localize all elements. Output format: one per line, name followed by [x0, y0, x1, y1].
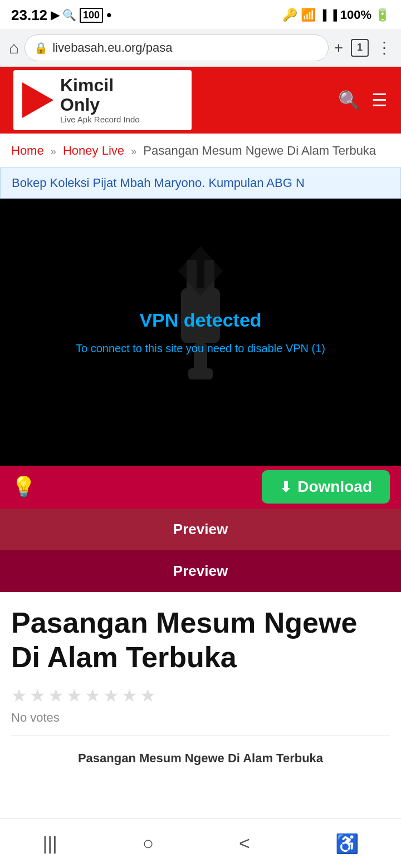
logo-title: KimcilOnly — [60, 76, 140, 115]
video-player[interactable]: VPN detected To connect to this site you… — [0, 199, 401, 466]
logo-area: KimcilOnly Live Apk Record Indo — [13, 70, 192, 130]
preview-button-1[interactable]: Preview — [0, 508, 401, 550]
star-3[interactable]: ★ — [48, 685, 64, 706]
browser-actions: + 1 ⋮ — [334, 38, 392, 57]
url-text: livebasah.eu.org/pasa — [52, 41, 172, 55]
star-6[interactable]: ★ — [103, 685, 119, 706]
download-label: Download — [297, 478, 372, 496]
more-options-button[interactable]: ⋮ — [376, 38, 392, 57]
breadcrumb: Home » Honey Live » Pasangan Mesum Ngewe… — [0, 134, 401, 167]
download-icon: ⬇ — [280, 479, 292, 496]
ticker-bar: Bokep Koleksi Pijat Mbah Maryono. Kumpul… — [0, 167, 401, 199]
breadcrumb-category[interactable]: Honey Live — [63, 144, 124, 157]
star-rating[interactable]: ★ ★ ★ ★ ★ ★ ★ ★ — [11, 685, 390, 706]
nav-back-button[interactable]: ||| — [42, 832, 57, 854]
ticker-text: Bokep Koleksi Pijat Mbah Maryono. Kumpul… — [12, 176, 305, 190]
tab-count[interactable]: 1 — [351, 39, 369, 57]
header-icons: 🔍 ☰ — [338, 90, 388, 111]
logo-triangle-icon — [22, 82, 53, 118]
signal-icon-2: ▐ — [330, 9, 337, 21]
nav-home-button[interactable]: ○ — [143, 832, 154, 854]
content-divider — [11, 735, 390, 736]
signal-icon-1: ▐ — [319, 9, 326, 21]
controls-row: 💡 ⬇ Download — [0, 466, 401, 508]
vote-count: No votes — [11, 711, 390, 725]
logo-subtitle: Live Apk Record Indo — [60, 115, 140, 125]
star-2[interactable]: ★ — [30, 685, 46, 706]
preview-button-2[interactable]: Preview — [0, 550, 401, 592]
post-title: Pasangan Mesum Ngewe Di Alam Terbuka — [11, 605, 390, 675]
vpn-detected-title: VPN detected — [139, 309, 261, 331]
breadcrumb-home[interactable]: Home — [11, 144, 44, 157]
url-bar[interactable]: 🔒 livebasah.eu.org/pasa — [25, 34, 329, 61]
battery-percent: 100% — [340, 8, 371, 22]
browser-bar: ⌂ 🔒 livebasah.eu.org/pasa + 1 ⋮ — [0, 29, 401, 67]
breadcrumb-current: Pasangan Mesum Ngewe Di Alam Terbuka — [143, 144, 376, 157]
star-4[interactable]: ★ — [66, 685, 82, 706]
vpn-subtitle: To connect to this site you need to disa… — [59, 342, 342, 355]
logo-text: KimcilOnly Live Apk Record Indo — [60, 76, 140, 125]
status-time: 23.12 — [11, 7, 47, 24]
site-header: KimcilOnly Live Apk Record Indo 🔍 ☰ — [0, 67, 401, 134]
breadcrumb-sep-1: » — [51, 146, 56, 157]
light-bulb-icon[interactable]: 💡 — [11, 475, 36, 499]
star-5[interactable]: ★ — [85, 685, 101, 706]
battery-full-icon: 🔋 — [375, 8, 390, 22]
star-7[interactable]: ★ — [121, 685, 138, 706]
post-info-title: Pasangan Mesum Ngewe Di Alam Terbuka — [11, 741, 390, 776]
home-browser-button[interactable]: ⌂ — [9, 38, 19, 57]
download-button[interactable]: ⬇ Download — [262, 470, 390, 504]
dot-icon: • — [106, 7, 111, 24]
breadcrumb-sep-2: » — [131, 146, 136, 157]
battery-icon: 100 — [80, 8, 103, 23]
logo-box[interactable]: KimcilOnly Live Apk Record Indo — [13, 70, 192, 130]
vpn-key-icon: 🔑 — [282, 8, 297, 22]
main-content: Pasangan Mesum Ngewe Di Alam Terbuka ★ ★… — [0, 592, 401, 781]
video-container: VPN detected To connect to this site you… — [0, 199, 401, 592]
youtube-icon: ▶ — [51, 8, 59, 22]
svg-rect-4 — [188, 368, 213, 379]
search-status-icon: 🔍 — [62, 8, 76, 22]
search-header-button[interactable]: 🔍 — [338, 90, 360, 111]
nav-forward-button[interactable]: < — [239, 832, 250, 854]
star-1[interactable]: ★ — [11, 685, 27, 706]
nav-accessibility-button[interactable]: ♿ — [335, 832, 359, 855]
lock-icon: 🔒 — [34, 41, 48, 55]
new-tab-button[interactable]: + — [334, 39, 343, 57]
wifi-icon: 📶 — [301, 8, 316, 22]
status-bar: 23.12 ▶ 🔍 100 • 🔑 📶 ▐ ▐ 100% 🔋 — [0, 0, 401, 29]
bottom-nav: ||| ○ < ♿ — [0, 818, 401, 868]
star-8[interactable]: ★ — [140, 685, 156, 706]
menu-header-button[interactable]: ☰ — [371, 90, 388, 111]
